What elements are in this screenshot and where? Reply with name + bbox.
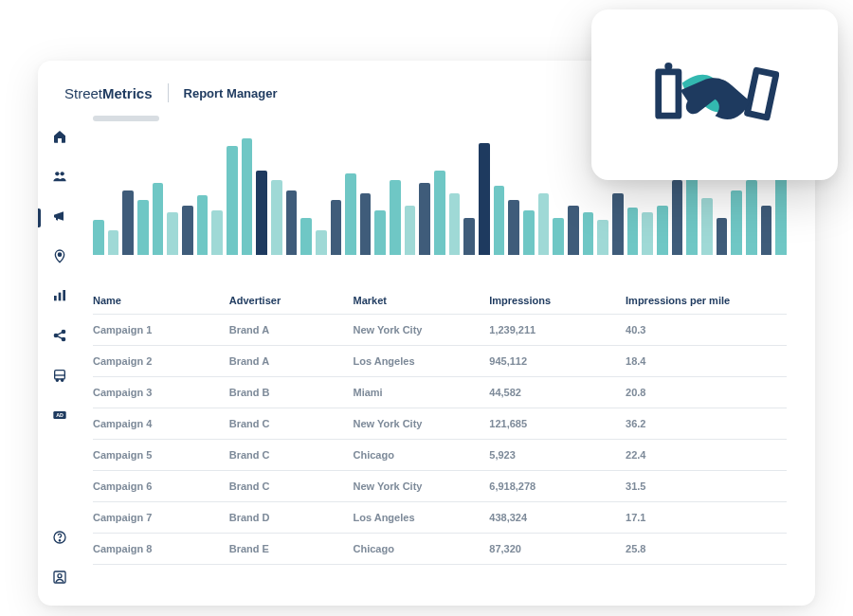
brand-logo: StreetMetrics bbox=[64, 85, 153, 101]
cell: Campaign 7 bbox=[93, 512, 229, 523]
svg-point-12 bbox=[62, 379, 64, 381]
col-header[interactable]: Impressions bbox=[489, 295, 626, 306]
table-row[interactable]: Campaign 4Brand CNew York City121,68536.… bbox=[93, 408, 787, 440]
cell: Brand A bbox=[229, 324, 354, 335]
sidebar-item-location[interactable] bbox=[38, 246, 82, 269]
chart-bar bbox=[345, 173, 356, 255]
sidebar-item-megaphone[interactable] bbox=[38, 207, 82, 229]
chart-bar bbox=[701, 198, 713, 255]
user-icon bbox=[52, 570, 67, 589]
cell: Campaign 2 bbox=[93, 355, 229, 367]
table-row[interactable]: Campaign 8Brand EChicago87,32025.8 bbox=[93, 534, 787, 565]
svg-point-11 bbox=[56, 379, 58, 381]
sidebar-item-home[interactable] bbox=[38, 127, 82, 150]
svg-rect-5 bbox=[63, 290, 65, 300]
cell: Los Angeles bbox=[354, 512, 490, 523]
chart-bar bbox=[137, 200, 149, 255]
cell: Brand C bbox=[229, 418, 354, 429]
svg-rect-4 bbox=[59, 293, 62, 301]
table-row[interactable]: Campaign 6Brand CNew York City6,918,2783… bbox=[93, 471, 787, 502]
cell: Campaign 4 bbox=[93, 418, 229, 429]
chart-bar bbox=[761, 206, 772, 255]
sidebar: AD bbox=[38, 116, 82, 606]
chart-bar bbox=[197, 195, 209, 255]
chart-bar bbox=[242, 138, 253, 255]
cell: Miami bbox=[354, 387, 490, 398]
cell: 87,320 bbox=[489, 543, 626, 554]
chart-bar bbox=[271, 180, 282, 255]
cell: 5,923 bbox=[489, 449, 626, 461]
table-row[interactable]: Campaign 5Brand CChicago5,92322.4 bbox=[93, 440, 787, 471]
chart-bar bbox=[434, 171, 445, 255]
chart-bar bbox=[316, 230, 327, 255]
col-header[interactable]: Market bbox=[354, 295, 490, 306]
cell: Campaign 1 bbox=[93, 324, 229, 335]
cell: 20.8 bbox=[626, 387, 787, 398]
sidebar-item-bus[interactable] bbox=[38, 366, 82, 389]
body: AD NameAdvertiserMarketImpressionsImpres… bbox=[38, 116, 815, 606]
loader-bar bbox=[93, 116, 159, 121]
cell: 31.5 bbox=[626, 480, 787, 492]
bar-chart-icon bbox=[52, 288, 67, 307]
cell: Chicago bbox=[354, 543, 490, 554]
chart-bar bbox=[405, 206, 416, 255]
brand-bold: Metrics bbox=[102, 85, 153, 101]
cell: Brand C bbox=[229, 480, 354, 492]
chart-bar bbox=[419, 183, 430, 255]
share-icon bbox=[52, 328, 67, 347]
svg-point-18 bbox=[58, 574, 62, 578]
sidebar-item-ad[interactable]: AD bbox=[38, 406, 82, 428]
cell: Los Angeles bbox=[354, 355, 490, 367]
sidebar-item-help[interactable] bbox=[38, 528, 82, 551]
chart-bar bbox=[390, 180, 401, 255]
cell: 121,685 bbox=[489, 418, 626, 429]
chart-bar bbox=[627, 208, 639, 255]
chart-bar bbox=[479, 143, 490, 255]
chart-bar bbox=[568, 206, 579, 255]
sidebar-item-bar-chart[interactable] bbox=[38, 286, 82, 309]
chart-bar bbox=[286, 190, 298, 255]
cell: 17.1 bbox=[626, 512, 787, 523]
chart-bar bbox=[746, 180, 757, 255]
chart-bar bbox=[463, 218, 475, 255]
sidebar-item-people[interactable] bbox=[38, 167, 82, 190]
sidebar-item-share[interactable] bbox=[38, 326, 82, 349]
col-header[interactable]: Advertiser bbox=[229, 295, 354, 306]
table-row[interactable]: Campaign 2Brand ALos Angeles945,11218.4 bbox=[93, 346, 787, 377]
chart-bar bbox=[553, 218, 564, 255]
cell: 6,918,278 bbox=[489, 480, 626, 492]
ad-icon: AD bbox=[52, 408, 67, 426]
cell: 44,582 bbox=[489, 387, 626, 398]
handshake-icon bbox=[651, 43, 779, 147]
people-icon bbox=[52, 169, 67, 188]
svg-point-19 bbox=[664, 63, 672, 70]
chart-bar bbox=[227, 146, 238, 255]
cell: Campaign 5 bbox=[93, 449, 229, 461]
chart-bar bbox=[256, 171, 267, 255]
help-icon bbox=[52, 530, 67, 549]
cell: Brand C bbox=[229, 449, 354, 461]
cell: Brand D bbox=[229, 512, 354, 523]
cell: Chicago bbox=[354, 449, 490, 461]
chart-bar bbox=[597, 220, 608, 255]
chart-bar bbox=[494, 186, 505, 255]
table-row[interactable]: Campaign 3Brand BMiami44,58220.8 bbox=[93, 377, 787, 408]
location-icon bbox=[52, 248, 67, 267]
chart-bar bbox=[612, 193, 624, 256]
col-header[interactable]: Impressions per mile bbox=[626, 295, 787, 306]
table-row[interactable]: Campaign 1Brand ANew York City1,239,2114… bbox=[93, 315, 787, 346]
cell: New York City bbox=[354, 480, 490, 492]
chart-bar bbox=[182, 206, 193, 255]
col-header[interactable]: Name bbox=[93, 295, 229, 306]
svg-rect-3 bbox=[54, 296, 57, 300]
cell: Brand A bbox=[229, 355, 354, 367]
campaign-table: NameAdvertiserMarketImpressionsImpressio… bbox=[93, 287, 787, 565]
cell: 22.4 bbox=[626, 449, 787, 461]
cell: Campaign 6 bbox=[93, 480, 229, 492]
table-row[interactable]: Campaign 7Brand DLos Angeles438,32417.1 bbox=[93, 502, 787, 534]
megaphone-icon bbox=[52, 208, 67, 227]
sidebar-item-user[interactable] bbox=[38, 568, 82, 590]
cell: 18.4 bbox=[626, 355, 787, 367]
cell: Brand B bbox=[229, 387, 354, 398]
cell: 438,324 bbox=[489, 512, 626, 523]
